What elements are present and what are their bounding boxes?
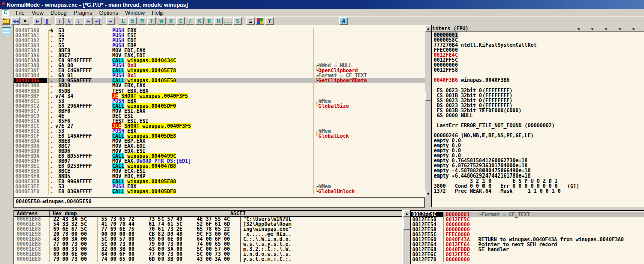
dump-row[interactable]: 00601EE879 00 73 0074 00 65 006D 00 3B 0… [14, 257, 403, 262]
menu-view[interactable]: View [28, 9, 47, 16]
register-row[interactable]: 00000001 [432, 33, 644, 38]
register-row[interactable]: empty 0.0 [432, 138, 644, 143]
view-run-trace-button[interactable]: ... [224, 17, 232, 25]
disassembly-scrollbar[interactable]: ▲ ▼ [425, 25, 431, 197]
register-row[interactable]: empty 0.0 [432, 148, 644, 153]
scroll-thumb[interactable] [425, 92, 431, 101]
scroll-down-button[interactable]: ▼ [425, 191, 431, 197]
scroll-thumb[interactable] [403, 218, 410, 230]
memory-dump-pane[interactable]: Address Hex dump ASCII 00601E6822 43 3A … [13, 210, 403, 264]
run-button[interactable]: ▶ [33, 17, 42, 25]
menu-plugins[interactable]: Plugins [70, 9, 96, 16]
stack-row[interactable]: 0012FE7000000000 [411, 257, 644, 262]
options-button[interactable]: ≡ [246, 17, 255, 25]
register-row[interactable]: empty 0.0 [432, 143, 644, 148]
view-executables-button[interactable]: E [128, 17, 137, 25]
view-memory-button[interactable]: M [138, 17, 146, 25]
go-to-address-button[interactable]: → [106, 17, 115, 25]
stack-pane[interactable]: 0012FE4C00000001└Format = CF_TEXT0012FE5… [410, 210, 644, 264]
step-into-button[interactable]: ↓ [55, 17, 64, 25]
execute-till-return-button[interactable]: →| [94, 17, 102, 25]
disasm-row[interactable]: 0040F3DA│. E8 BD55FFFFCALL winupas.00404… [14, 154, 425, 159]
disasm-row[interactable]: 0040F3A3│. 55PUSH EBP [14, 43, 425, 48]
register-row[interactable]: 1372 Prec NEAR,64 Mask 1 1 0 0 1 0 [432, 189, 644, 194]
registers-collapse-button-4[interactable]: < [618, 26, 621, 31]
register-row[interactable]: 0012FE4C [432, 53, 644, 58]
view-source-button[interactable]: S [233, 17, 242, 25]
open-file-button[interactable] [2, 17, 10, 25]
info-pane[interactable]: 00405E50=winupas.00405E50 [13, 197, 425, 208]
registers-collapse-button-3[interactable]: < [605, 26, 607, 31]
menu-debug[interactable]: Debug [47, 9, 70, 16]
view-patches-button[interactable]: / [186, 17, 194, 25]
disasm-comment [314, 48, 425, 53]
register-row[interactable]: 0012FF58 [432, 68, 644, 73]
disasm-row[interactable]: 0040F3BF│.v74 34JE SHORT winupas.0040F3F… [14, 94, 425, 99]
view-handles-button[interactable]: H [167, 17, 175, 25]
title-bar[interactable]: * NormalMode - winupas.exe - [*G.P.U* - … [0, 0, 644, 9]
disasm-row[interactable]: 0040F3E1│. E8 D253FFFFCALL winupas.00404… [14, 164, 425, 169]
disassembly-pane[interactable]: 0040F3A0┌$ 53PUSH EBX0040F3A1│. 56PUSH E… [13, 25, 425, 197]
disasm-comment: └GetClipboardData [314, 78, 425, 83]
dump-scrollbar[interactable]: ▲ [403, 210, 410, 264]
disasm-row[interactable]: 0040F3C7│. 8BF0MOV ESI,EAX [14, 109, 425, 114]
disasm-row[interactable]: 0040F3CA│. 85F6TEST ESI,ESI [14, 119, 425, 124]
registers-pane[interactable]: isters (FPU) <<<<< 000000010000058C77727… [431, 25, 644, 207]
disasm-row[interactable]: 0040F3C2│. E8 296AFFFFCALL winupas.00405… [14, 104, 425, 109]
register-row[interactable]: 777270B4 ntdll.KiFastSystemCallRet [432, 43, 644, 48]
close-program-button[interactable]: × [21, 17, 29, 25]
register-row[interactable]: FFEC0000 [432, 48, 644, 53]
disasm-row[interactable]: 0040F3EA│. E8 996AFFFFCALL winupas.00405… [14, 179, 425, 184]
restart-button[interactable]: ◀◀ [11, 17, 20, 25]
scroll-up-button[interactable]: ▲ [425, 25, 431, 32]
register-row[interactable]: 00000000 [432, 63, 644, 68]
disasm-row[interactable]: 0040F3A4│. 8BF8MOV EDI,EAX [14, 48, 425, 53]
menu-window[interactable]: Window [122, 9, 148, 16]
disasm-row[interactable]: 0040F3D6│. 8BC7MOV EAX,EDI [14, 144, 425, 149]
register-row[interactable]: GS 0000 NULL [432, 113, 644, 118]
disasm-row[interactable]: 0040F3B6│. E8 956AFFFFCALL winupas.00405… [14, 78, 425, 83]
register-row[interactable]: 0040F3B6 winupas.0040F3B6 [432, 78, 644, 83]
disasm-row[interactable]: 0040F3A0┌$ 53PUSH EBX [14, 28, 425, 33]
disasm-row[interactable]: 0040F3A2│. 57PUSH EDI [14, 38, 425, 43]
disasm-row[interactable]: 0040F3F0│. E8 036AFFFFCALL winupas.00405… [14, 189, 425, 194]
step-over-button[interactable]: ↳ [65, 17, 73, 25]
register-row[interactable]: LastErr ERROR_FILE_NOT_FOUND (00000002) [432, 123, 644, 128]
registers-collapse-button-5[interactable]: < [632, 26, 635, 31]
view-breakpoints-button[interactable]: B [205, 17, 213, 25]
menu-help[interactable]: Help [148, 9, 167, 16]
disasm-row[interactable]: 0040F3BD│. 85DBTEST EBX,EBX [14, 89, 425, 94]
register-row[interactable]: 00000246 (NO,NB,E,BE,NS,PE,GE,LE) [432, 133, 644, 138]
notepad-icon[interactable] [2, 27, 11, 35]
registers-collapse-button-2[interactable]: < [591, 26, 593, 31]
disasm-row[interactable]: 0040F3A1│. 56PUSH ESI [14, 33, 425, 38]
view-call-stack-button[interactable]: K [195, 17, 204, 25]
disasm-row[interactable]: 0040F3CF│. E8 146AFFFFCALL winupas.00405… [14, 134, 425, 139]
disasm-row[interactable]: 0040F3E6│. 8BCEMOV ECX,ESI [14, 169, 425, 174]
animate-into-button[interactable]: ⇓ [74, 17, 83, 25]
disasm-row[interactable]: 0040F3BB│. 8BD8MOV EBX,EAX [14, 83, 425, 89]
menu-options[interactable]: Options [96, 9, 122, 16]
view-windows-button[interactable]: W [157, 17, 166, 25]
registers-collapse-button-1[interactable]: < [577, 26, 580, 31]
dump-hex-group: 43 00 3A 00 [193, 257, 241, 262]
disasm-comment [314, 144, 425, 149]
font-button[interactable]: A [339, 17, 348, 25]
register-row[interactable]: 0012FF5C [432, 58, 644, 63]
disasm-row[interactable]: 0040F3CC│.v7E 27JLE SHORT winupas.0040F3… [14, 124, 425, 129]
help-button[interactable]: ? [265, 17, 274, 25]
disasm-comment [314, 169, 425, 174]
disasm-row[interactable]: 0040F3C9│. 4EDEC ESI [14, 114, 425, 119]
disasm-row[interactable]: 0040F3A8│. E8 9F4FFFFFCALL winupas.00404… [14, 58, 425, 63]
view-threads-button[interactable]: T [147, 17, 156, 25]
cpu-child-window-icon[interactable]: C [2, 9, 9, 16]
animate-over-button[interactable]: ↦ [84, 17, 93, 25]
menu-file[interactable]: File [12, 9, 28, 16]
view-references-button[interactable]: R [214, 17, 223, 25]
pause-button[interactable]: ‖ [43, 17, 51, 25]
disasm-row[interactable]: 0040F3D4│. 8BE8MOV EBP,EAX [14, 139, 425, 144]
appearance-button[interactable] [256, 17, 264, 25]
scroll-up-button[interactable]: ▲ [403, 210, 410, 217]
view-log-button[interactable]: L [119, 17, 127, 25]
view-cpu-button[interactable]: C [176, 17, 185, 25]
